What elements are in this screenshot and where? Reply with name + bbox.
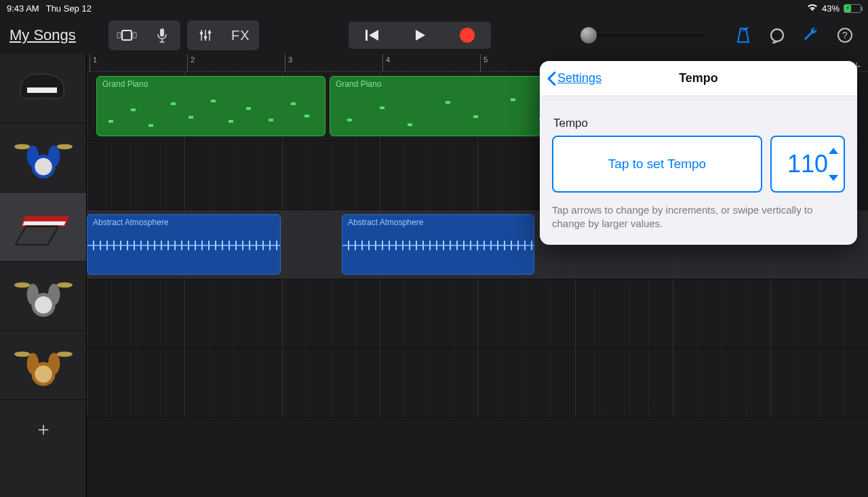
metronome-button[interactable] [730,22,757,49]
loop-button[interactable] [764,22,791,49]
track-header-piano[interactable] [0,54,86,123]
back-to-settings-button[interactable]: Settings [547,71,601,86]
track-lane-drums-gray[interactable] [87,279,868,349]
svg-point-5 [204,36,208,39]
svg-point-24 [56,282,72,287]
grand-piano-icon [13,62,74,116]
tempo-stepper[interactable]: 110 [770,136,845,193]
battery-percent: 43% [822,3,840,14]
svg-point-23 [14,282,29,287]
tempo-popover: Settings Tempo Tempo Tap to set Tempo 11… [540,61,857,245]
track-header-drums-gray[interactable] [0,262,86,331]
drum-kit-gray-icon [13,269,74,323]
tempo-decrease-button[interactable] [829,175,838,181]
go-to-start-button[interactable] [349,22,396,49]
bar-marker: 1 [90,54,100,71]
popover-header: Settings Tempo [540,61,857,96]
toolbar: My Songs FX ? [0,16,868,54]
volume-slider[interactable] [580,27,703,43]
chevron-left-icon [547,71,556,86]
svg-point-8 [771,29,783,41]
bar-marker: 3 [285,54,295,71]
svg-rect-7 [366,30,368,41]
view-mode-group [108,20,180,50]
battery-icon: ⚡︎ [844,4,861,13]
svg-point-6 [208,31,212,35]
midi-clip[interactable]: Grand Piano [96,76,326,136]
drum-kit-blue-icon [13,131,74,185]
my-songs-button[interactable]: My Songs [9,26,76,44]
status-bar: 9:43 AM Thu Sep 12 43% ⚡︎ [0,0,868,16]
bar-marker: 4 [382,54,393,71]
record-icon [460,28,475,43]
bar-marker: 5 [480,54,490,71]
clip-label: Abstract Atmosphere [348,218,528,227]
svg-text:?: ? [842,30,848,41]
svg-point-34 [35,365,52,382]
svg-rect-12 [23,98,26,111]
tap-tempo-button[interactable]: Tap to set Tempo [552,136,762,193]
svg-point-20 [35,158,52,175]
fx-button[interactable]: FX [225,23,256,47]
svg-rect-0 [122,31,132,40]
svg-point-4 [200,32,203,35]
bar-marker: 2 [187,54,197,71]
clip-label: Grand Piano [102,79,319,89]
svg-point-16 [56,144,72,149]
drum-kit-amber-icon [13,338,74,393]
track-header-drums-blue[interactable] [0,123,86,193]
keyboard-red-icon [13,200,74,254]
wifi-icon [807,3,818,14]
back-label: Settings [557,71,601,85]
track-header-keyboard[interactable] [0,193,86,262]
audio-clip[interactable]: Abstract Atmosphere [342,214,534,275]
add-track-button[interactable]: ＋ [0,400,86,497]
audio-clip[interactable]: Abstract Atmosphere [87,214,281,275]
tempo-hint: Tap arrows to change by increments, or s… [552,203,845,231]
svg-rect-3 [160,28,164,37]
svg-point-29 [14,351,29,357]
tracks-view-button[interactable] [111,23,142,47]
svg-point-30 [56,351,72,357]
status-time: 9:43 AM [7,3,39,14]
play-button[interactable] [396,22,443,49]
controls-group: FX [187,20,259,50]
mixer-button[interactable] [190,23,221,47]
record-button[interactable] [443,22,491,49]
plus-icon: ＋ [34,416,53,442]
volume-knob[interactable] [580,27,597,43]
tempo-increase-button[interactable] [829,148,838,154]
track-header-drums-amber[interactable] [0,331,86,400]
status-date: Thu Sep 12 [46,3,92,14]
popover-title: Tempo [679,71,718,85]
svg-point-28 [35,296,52,313]
svg-rect-13 [60,98,62,111]
track-lane-drums-amber[interactable] [87,349,868,418]
svg-rect-2 [133,33,136,38]
track-header-column: ＋ [0,54,87,497]
settings-wrench-button[interactable] [797,22,825,49]
svg-point-15 [14,144,29,149]
microphone-button[interactable] [146,23,178,47]
svg-rect-11 [27,87,57,93]
tempo-section-label: Tempo [553,117,845,130]
svg-rect-14 [41,98,43,111]
svg-rect-1 [117,33,121,38]
transport-controls [349,22,491,49]
tap-tempo-label: Tap to set Tempo [608,157,706,172]
clip-label: Abstract Atmosphere [93,218,275,227]
svg-rect-22 [22,221,66,225]
tempo-value: 110 [787,150,828,178]
help-button[interactable]: ? [831,22,859,49]
